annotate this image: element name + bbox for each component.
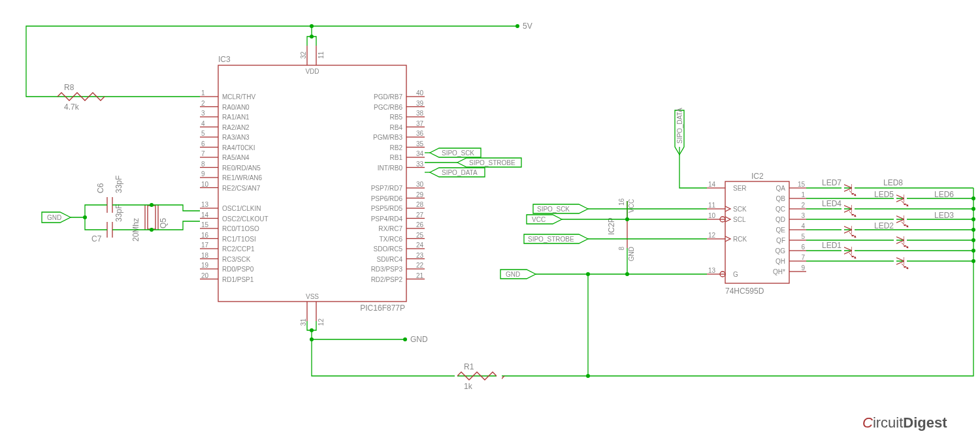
svg-text:25: 25: [416, 232, 424, 239]
svg-text:PGC/RB6: PGC/RB6: [374, 104, 402, 111]
svg-text:8: 8: [201, 161, 205, 168]
svg-point-206: [625, 272, 629, 276]
svg-text:4: 4: [801, 223, 805, 230]
svg-rect-221: [841, 225, 844, 235]
svg-text:G: G: [733, 271, 738, 278]
svg-text:RA1/AN1: RA1/AN1: [222, 114, 250, 121]
ic3-left-pins: 1MCLR/THV2RA0/AN03RA1/AN14RA2/AN25RA3/AN…: [200, 89, 269, 283]
svg-text:35: 35: [416, 140, 424, 148]
ic2p-ref: IC2P: [607, 217, 616, 235]
svg-text:SER: SER: [733, 185, 747, 192]
svg-rect-209: [841, 183, 844, 193]
svg-text:27: 27: [416, 211, 424, 219]
svg-text:6: 6: [801, 243, 805, 251]
ic3-ref: IC3: [218, 55, 231, 64]
ic3-right-pins: 40PGD/RB739PGC/RB638RB537RB436PGM/RB335R…: [371, 89, 425, 283]
nettag-strobe-out: SIPO_STROBE: [457, 158, 521, 167]
svg-text:22: 22: [416, 262, 424, 269]
svg-text:SIPO_STROBE: SIPO_STROBE: [469, 159, 515, 166]
svg-text:SIPO_DATA: SIPO_DATA: [442, 169, 478, 176]
svg-text:33pF: 33pF: [114, 204, 123, 222]
svg-text:SIPO_STROBE: SIPO_STROBE: [528, 236, 574, 243]
svg-text:RA2/AN2: RA2/AN2: [222, 124, 250, 131]
svg-text:38: 38: [416, 110, 424, 117]
svg-text:7: 7: [801, 254, 805, 261]
svg-point-132: [150, 203, 154, 207]
svg-text:RD1/PSP1: RD1/PSP1: [222, 276, 254, 283]
svg-text:RC2/CCP1: RC2/CCP1: [222, 245, 255, 253]
svg-text:PSP5/RD5: PSP5/RD5: [371, 205, 403, 212]
svg-rect-230: [894, 256, 896, 266]
svg-text:2: 2: [801, 202, 805, 209]
led-label-3: LED6: [934, 190, 954, 199]
svg-text:SDI/RC4: SDI/RC4: [377, 256, 403, 263]
svg-point-202: [625, 217, 629, 221]
svg-text:10: 10: [201, 181, 209, 188]
svg-text:SIPO_SCK: SIPO_SCK: [442, 149, 474, 157]
svg-text:RA3/AN3: RA3/AN3: [222, 134, 250, 141]
svg-text:SDO/RC5: SDO/RC5: [374, 245, 403, 253]
ic3-part: PIC16F877P: [360, 304, 405, 313]
svg-text:PGD/RB7: PGD/RB7: [374, 93, 402, 101]
svg-text:PSP4/RD4: PSP4/RD4: [371, 215, 403, 223]
svg-text:24: 24: [416, 241, 424, 249]
svg-text:QD: QD: [776, 216, 785, 223]
svg-text:30: 30: [416, 181, 424, 188]
svg-text:OSC1/CLKIN: OSC1/CLKIN: [222, 205, 261, 212]
svg-text:34: 34: [416, 150, 424, 157]
svg-text:11: 11: [318, 51, 325, 59]
svg-text:RD3/PSP3: RD3/PSP3: [371, 266, 403, 273]
svg-text:14: 14: [201, 211, 209, 219]
nettag-sck-out: SIPO_SCK: [430, 148, 481, 157]
svg-text:11: 11: [708, 202, 716, 209]
net-gnd: GND: [410, 335, 428, 344]
svg-text:6: 6: [201, 140, 205, 148]
svg-text:17: 17: [201, 241, 209, 249]
svg-text:SCK: SCK: [733, 206, 747, 213]
svg-rect-215: [841, 204, 844, 214]
led-label-2: LED5: [874, 190, 894, 199]
svg-text:PGM/RB3: PGM/RB3: [373, 134, 402, 141]
svg-text:5: 5: [801, 233, 805, 240]
svg-text:26: 26: [416, 221, 424, 228]
c6: [107, 197, 112, 213]
svg-text:RC3/SCK: RC3/SCK: [222, 256, 251, 263]
svg-point-144: [972, 238, 975, 242]
svg-point-146: [972, 259, 975, 263]
svg-text:33pF: 33pF: [114, 176, 123, 193]
gnd-tag-left: GND: [47, 214, 61, 221]
nettag-strobe-in: SIPO_STROBE: [524, 234, 588, 243]
svg-text:3: 3: [801, 212, 805, 219]
svg-text:PSP7/RD7: PSP7/RD7: [371, 185, 403, 192]
svg-point-116: [310, 35, 314, 39]
svg-text:5: 5: [201, 130, 205, 137]
svg-rect-228: [852, 245, 855, 256]
svg-text:18: 18: [201, 252, 209, 259]
svg-text:RX/RC7: RX/RC7: [378, 225, 402, 232]
nettag-gnd-in: GND: [500, 270, 536, 279]
svg-text:GND: GND: [628, 247, 635, 261]
svg-text:OSC2/CLKOUT: OSC2/CLKOUT: [222, 215, 269, 223]
svg-text:37: 37: [416, 120, 424, 127]
svg-text:C6: C6: [96, 183, 105, 193]
logo: CircuitDigest: [862, 414, 947, 431]
svg-rect-216: [852, 204, 855, 214]
svg-point-137: [310, 337, 314, 341]
svg-text:19: 19: [201, 262, 209, 269]
svg-text:12: 12: [318, 319, 325, 326]
svg-text:PSP6/RD6: PSP6/RD6: [371, 195, 403, 202]
r1-val: 1k: [464, 382, 473, 391]
svg-text:13: 13: [201, 201, 209, 208]
svg-text:QH: QH: [776, 258, 785, 265]
svg-text:TX/RC6: TX/RC6: [379, 236, 402, 243]
svg-rect-139: [497, 371, 502, 381]
svg-text:RA4/T0CKI: RA4/T0CKI: [222, 144, 255, 151]
svg-text:Q5: Q5: [159, 218, 168, 228]
svg-text:RCK: RCK: [733, 236, 747, 243]
svg-text:33: 33: [416, 161, 424, 168]
svg-text:1: 1: [801, 191, 805, 198]
svg-text:23: 23: [416, 252, 424, 259]
svg-text:MCLR/THV: MCLR/THV: [222, 93, 255, 101]
svg-text:RD0/PSP0: RD0/PSP0: [222, 266, 254, 273]
svg-text:RD2/PSP2: RD2/PSP2: [371, 276, 403, 283]
